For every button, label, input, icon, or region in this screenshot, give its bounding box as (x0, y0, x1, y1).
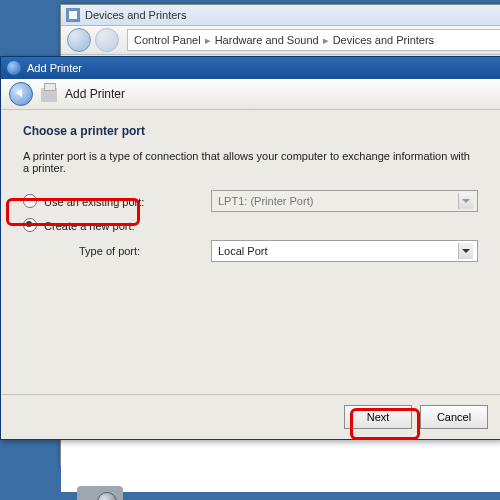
devices-icon (66, 8, 80, 22)
bg-title: Devices and Printers (85, 9, 187, 21)
use-existing-port-label: Use an existing port: (44, 196, 144, 208)
nav-forward-icon[interactable] (95, 28, 119, 52)
bg-nav: Control Panel ▸ Hardware and Sound ▸ Dev… (61, 26, 500, 55)
bg-titlebar[interactable]: Devices and Printers (61, 5, 500, 26)
breadcrumb[interactable]: Control Panel ▸ Hardware and Sound ▸ Dev… (127, 29, 500, 51)
create-new-port-option[interactable]: Create a new port: (23, 218, 203, 232)
existing-port-dropdown: LPT1: (Printer Port) (211, 190, 478, 212)
breadcrumb-item[interactable]: Hardware and Sound (215, 34, 319, 46)
printer-icon (41, 88, 57, 102)
wizard-icon (7, 61, 21, 75)
dialog-button-bar: Next Cancel (1, 394, 500, 439)
dialog-header: Add Printer (1, 79, 500, 110)
create-new-port-label: Create a new port: (44, 220, 135, 232)
type-of-port-label: Type of port: (79, 245, 203, 257)
page-heading: Choose a printer port (23, 124, 478, 138)
dialog-title: Add Printer (27, 62, 82, 74)
back-button-icon[interactable] (9, 82, 33, 106)
existing-port-value: LPT1: (Printer Port) (218, 195, 313, 207)
use-existing-port-row: Use an existing port: LPT1: (Printer Por… (23, 190, 478, 212)
nav-back-icon[interactable] (67, 28, 91, 52)
chevron-right-icon: ▸ (323, 34, 329, 47)
breadcrumb-item[interactable]: Control Panel (134, 34, 201, 46)
chevron-down-icon (458, 193, 473, 209)
page-description: A printer port is a type of connection t… (23, 150, 478, 174)
type-of-port-row: Type of port: Local Port (23, 240, 478, 262)
dialog-content: Choose a printer port A printer port is … (1, 110, 500, 394)
type-of-port-value: Local Port (218, 245, 268, 257)
cancel-button[interactable]: Cancel (420, 405, 488, 429)
camera-device-icon[interactable] (77, 486, 123, 500)
next-button-label: Next (367, 411, 390, 423)
add-printer-dialog: Add Printer Add Printer Choose a printer… (0, 56, 500, 440)
chevron-down-icon[interactable] (458, 243, 473, 259)
chevron-right-icon: ▸ (205, 34, 211, 47)
breadcrumb-item[interactable]: Devices and Printers (333, 34, 435, 46)
dialog-titlebar[interactable]: Add Printer (1, 57, 500, 79)
dialog-subtitle: Add Printer (65, 87, 125, 101)
use-existing-port-option[interactable]: Use an existing port: (23, 194, 203, 208)
cancel-button-label: Cancel (437, 411, 471, 423)
next-button[interactable]: Next (344, 405, 412, 429)
create-new-port-row: Create a new port: (23, 218, 478, 232)
radio-unselected-icon[interactable] (23, 194, 37, 208)
radio-selected-icon[interactable] (23, 218, 37, 232)
type-of-port-dropdown[interactable]: Local Port (211, 240, 478, 262)
